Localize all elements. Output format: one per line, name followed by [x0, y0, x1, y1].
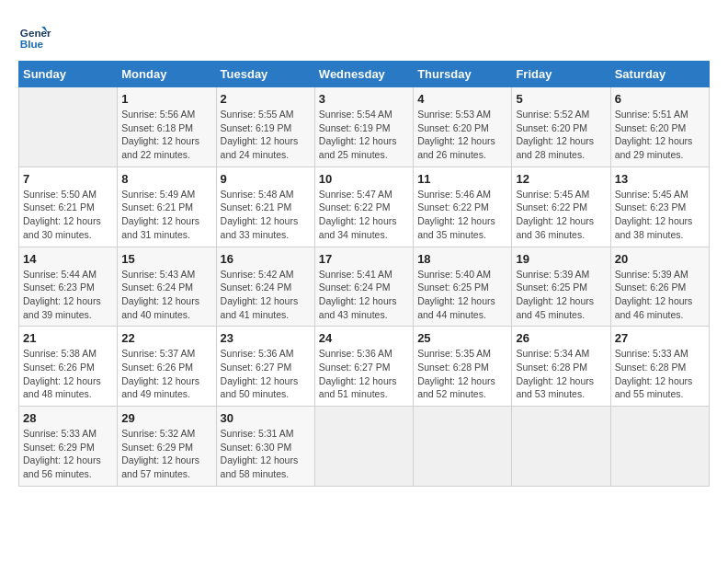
day-cell: 24Sunrise: 5:36 AM Sunset: 6:27 PM Dayli… — [314, 327, 413, 407]
svg-text:Blue: Blue — [20, 38, 44, 50]
day-info: Sunrise: 5:50 AM Sunset: 6:21 PM Dayligh… — [23, 188, 113, 242]
day-cell: 13Sunrise: 5:45 AM Sunset: 6:23 PM Dayli… — [610, 167, 709, 247]
day-info: Sunrise: 5:33 AM Sunset: 6:28 PM Dayligh… — [615, 347, 705, 401]
day-cell: 25Sunrise: 5:35 AM Sunset: 6:28 PM Dayli… — [414, 327, 512, 407]
day-cell — [314, 407, 413, 487]
day-number: 26 — [516, 331, 606, 345]
day-info: Sunrise: 5:52 AM Sunset: 6:20 PM Dayligh… — [516, 108, 606, 162]
day-cell: 7Sunrise: 5:50 AM Sunset: 6:21 PM Daylig… — [19, 167, 118, 247]
header-row: SundayMondayTuesdayWednesdayThursdayFrid… — [19, 62, 710, 87]
day-number: 10 — [319, 172, 409, 186]
day-number: 17 — [319, 252, 409, 266]
col-header-sunday: Sunday — [19, 62, 118, 87]
day-number: 19 — [516, 252, 606, 266]
calendar-body: 1Sunrise: 5:56 AM Sunset: 6:18 PM Daylig… — [19, 87, 710, 487]
day-number: 3 — [319, 92, 409, 106]
day-cell: 29Sunrise: 5:32 AM Sunset: 6:29 PM Dayli… — [118, 407, 216, 487]
day-cell: 11Sunrise: 5:46 AM Sunset: 6:22 PM Dayli… — [414, 167, 512, 247]
col-header-monday: Monday — [118, 62, 216, 87]
day-cell: 23Sunrise: 5:36 AM Sunset: 6:27 PM Dayli… — [216, 327, 314, 407]
day-number: 13 — [615, 172, 705, 186]
day-info: Sunrise: 5:51 AM Sunset: 6:20 PM Dayligh… — [615, 108, 705, 162]
week-row-2: 7Sunrise: 5:50 AM Sunset: 6:21 PM Daylig… — [19, 167, 710, 247]
day-info: Sunrise: 5:55 AM Sunset: 6:19 PM Dayligh… — [221, 108, 311, 162]
day-info: Sunrise: 5:39 AM Sunset: 6:26 PM Dayligh… — [615, 268, 705, 322]
day-number: 27 — [615, 331, 705, 345]
day-info: Sunrise: 5:37 AM Sunset: 6:26 PM Dayligh… — [121, 347, 211, 401]
day-info: Sunrise: 5:46 AM Sunset: 6:22 PM Dayligh… — [417, 188, 507, 242]
day-info: Sunrise: 5:54 AM Sunset: 6:19 PM Dayligh… — [319, 108, 409, 162]
day-info: Sunrise: 5:38 AM Sunset: 6:26 PM Dayligh… — [23, 347, 113, 401]
day-cell — [414, 407, 512, 487]
day-number: 14 — [23, 252, 113, 266]
week-row-5: 28Sunrise: 5:33 AM Sunset: 6:29 PM Dayli… — [19, 407, 710, 487]
day-info: Sunrise: 5:48 AM Sunset: 6:21 PM Dayligh… — [221, 188, 311, 242]
day-info: Sunrise: 5:34 AM Sunset: 6:28 PM Dayligh… — [516, 347, 606, 401]
day-cell: 12Sunrise: 5:45 AM Sunset: 6:22 PM Dayli… — [512, 167, 610, 247]
day-number: 28 — [23, 411, 113, 425]
day-number: 15 — [121, 252, 211, 266]
day-info: Sunrise: 5:53 AM Sunset: 6:20 PM Dayligh… — [417, 108, 507, 162]
day-cell: 15Sunrise: 5:43 AM Sunset: 6:24 PM Dayli… — [118, 247, 216, 327]
day-cell: 14Sunrise: 5:44 AM Sunset: 6:23 PM Dayli… — [19, 247, 118, 327]
day-number: 18 — [417, 252, 507, 266]
day-info: Sunrise: 5:42 AM Sunset: 6:24 PM Dayligh… — [221, 268, 311, 322]
day-info: Sunrise: 5:45 AM Sunset: 6:22 PM Dayligh… — [516, 188, 606, 242]
day-number: 25 — [417, 331, 507, 345]
col-header-thursday: Thursday — [414, 62, 512, 87]
day-number: 4 — [417, 92, 507, 106]
day-cell: 6Sunrise: 5:51 AM Sunset: 6:20 PM Daylig… — [610, 87, 709, 167]
day-cell: 26Sunrise: 5:34 AM Sunset: 6:28 PM Dayli… — [512, 327, 610, 407]
day-cell: 10Sunrise: 5:47 AM Sunset: 6:22 PM Dayli… — [314, 167, 413, 247]
day-info: Sunrise: 5:47 AM Sunset: 6:22 PM Dayligh… — [319, 188, 409, 242]
day-cell: 28Sunrise: 5:33 AM Sunset: 6:29 PM Dayli… — [19, 407, 118, 487]
day-cell: 30Sunrise: 5:31 AM Sunset: 6:30 PM Dayli… — [216, 407, 314, 487]
day-cell — [610, 407, 709, 487]
week-row-4: 21Sunrise: 5:38 AM Sunset: 6:26 PM Dayli… — [19, 327, 710, 407]
day-number: 24 — [319, 331, 409, 345]
col-header-saturday: Saturday — [610, 62, 709, 87]
day-info: Sunrise: 5:40 AM Sunset: 6:25 PM Dayligh… — [417, 268, 507, 322]
calendar-header: SundayMondayTuesdayWednesdayThursdayFrid… — [19, 62, 710, 87]
day-number: 12 — [516, 172, 606, 186]
day-number: 30 — [221, 411, 311, 425]
day-cell: 20Sunrise: 5:39 AM Sunset: 6:26 PM Dayli… — [610, 247, 709, 327]
day-cell: 3Sunrise: 5:54 AM Sunset: 6:19 PM Daylig… — [314, 87, 413, 167]
day-cell: 22Sunrise: 5:37 AM Sunset: 6:26 PM Dayli… — [118, 327, 216, 407]
day-number: 22 — [121, 331, 211, 345]
logo: General Blue — [18, 18, 57, 52]
page-header: General Blue — [18, 18, 710, 52]
day-info: Sunrise: 5:36 AM Sunset: 6:27 PM Dayligh… — [221, 347, 311, 401]
logo-icon: General Blue — [18, 18, 51, 52]
day-cell: 16Sunrise: 5:42 AM Sunset: 6:24 PM Dayli… — [216, 247, 314, 327]
day-number: 6 — [615, 92, 705, 106]
day-cell: 8Sunrise: 5:49 AM Sunset: 6:21 PM Daylig… — [118, 167, 216, 247]
day-number: 8 — [121, 172, 211, 186]
day-cell: 18Sunrise: 5:40 AM Sunset: 6:25 PM Dayli… — [414, 247, 512, 327]
day-number: 2 — [221, 92, 311, 106]
day-number: 1 — [121, 92, 211, 106]
day-info: Sunrise: 5:31 AM Sunset: 6:30 PM Dayligh… — [221, 427, 311, 481]
week-row-3: 14Sunrise: 5:44 AM Sunset: 6:23 PM Dayli… — [19, 247, 710, 327]
day-info: Sunrise: 5:39 AM Sunset: 6:25 PM Dayligh… — [516, 268, 606, 322]
day-cell — [19, 87, 118, 167]
day-info: Sunrise: 5:41 AM Sunset: 6:24 PM Dayligh… — [319, 268, 409, 322]
day-info: Sunrise: 5:33 AM Sunset: 6:29 PM Dayligh… — [23, 427, 113, 481]
day-number: 29 — [121, 411, 211, 425]
col-header-friday: Friday — [512, 62, 610, 87]
day-number: 20 — [615, 252, 705, 266]
day-number: 9 — [221, 172, 311, 186]
day-number: 11 — [417, 172, 507, 186]
col-header-tuesday: Tuesday — [216, 62, 314, 87]
day-number: 21 — [23, 331, 113, 345]
day-cell: 2Sunrise: 5:55 AM Sunset: 6:19 PM Daylig… — [216, 87, 314, 167]
calendar-table: SundayMondayTuesdayWednesdayThursdayFrid… — [18, 61, 710, 487]
day-info: Sunrise: 5:45 AM Sunset: 6:23 PM Dayligh… — [615, 188, 705, 242]
day-cell: 27Sunrise: 5:33 AM Sunset: 6:28 PM Dayli… — [610, 327, 709, 407]
day-cell: 5Sunrise: 5:52 AM Sunset: 6:20 PM Daylig… — [512, 87, 610, 167]
day-info: Sunrise: 5:36 AM Sunset: 6:27 PM Dayligh… — [319, 347, 409, 401]
day-info: Sunrise: 5:35 AM Sunset: 6:28 PM Dayligh… — [417, 347, 507, 401]
day-info: Sunrise: 5:56 AM Sunset: 6:18 PM Dayligh… — [121, 108, 211, 162]
day-info: Sunrise: 5:43 AM Sunset: 6:24 PM Dayligh… — [121, 268, 211, 322]
day-info: Sunrise: 5:44 AM Sunset: 6:23 PM Dayligh… — [23, 268, 113, 322]
